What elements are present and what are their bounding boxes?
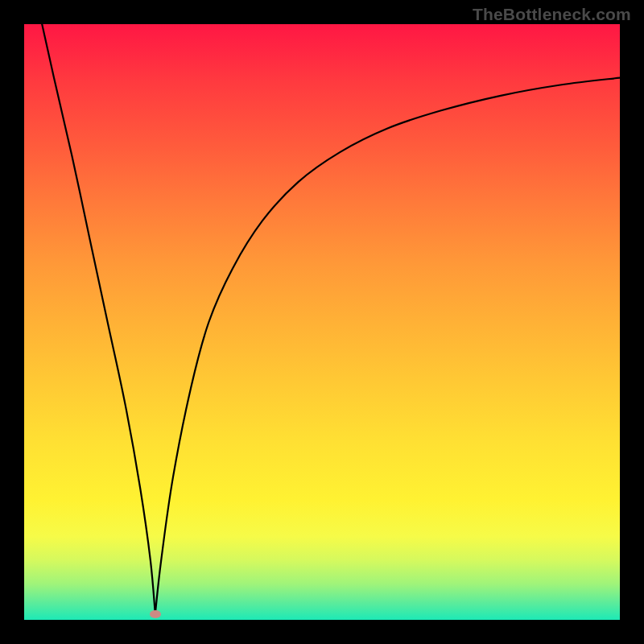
chart-frame: TheBottleneck.com bbox=[0, 0, 644, 644]
bottleneck-curve bbox=[24, 24, 620, 620]
watermark-text: TheBottleneck.com bbox=[473, 5, 631, 24]
plot-area bbox=[24, 24, 620, 620]
min-marker bbox=[150, 610, 161, 618]
